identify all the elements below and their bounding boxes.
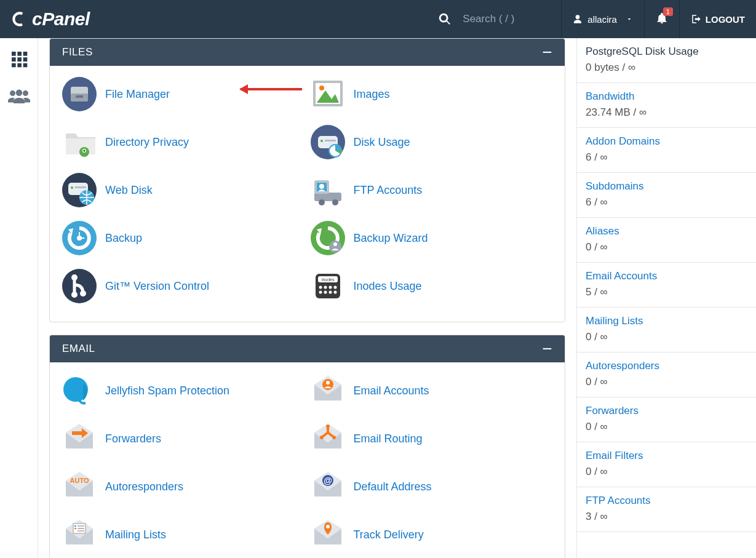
autoresponders-icon	[62, 469, 97, 504]
caret-down-icon	[626, 15, 633, 23]
app-item-label: Mailing Lists	[105, 528, 166, 541]
jellyfish-icon	[62, 373, 97, 408]
app-item-email-accounts[interactable]: Email Accounts	[311, 373, 553, 408]
stats-sidebar: PostgreSQL Disk Usage0 bytes / ∞Bandwidt…	[576, 38, 756, 558]
logout-icon	[691, 14, 702, 25]
panel-title: EMAIL	[62, 343, 95, 355]
app-item-forwarders[interactable]: Forwarders	[62, 421, 304, 456]
grid-icon	[9, 49, 29, 69]
mailing-lists-icon	[62, 517, 97, 552]
cpanel-logo-icon	[11, 10, 28, 28]
app-item-email-routing[interactable]: Email Routing	[311, 421, 553, 456]
app-item-label: Disk Usage	[354, 136, 410, 149]
panel-header[interactable]: EMAIL−	[50, 335, 565, 362]
app-item-label: Images	[354, 88, 390, 101]
stat-row: Subdomains6 / ∞	[577, 173, 756, 218]
app-item-label: FTP Accounts	[354, 184, 423, 197]
stat-row: Aliases0 / ∞	[577, 218, 756, 263]
stat-row: FTP Accounts3 / ∞	[577, 487, 756, 532]
stat-title[interactable]: Bandwidth	[586, 90, 747, 103]
app-item-backup-wizard[interactable]: Backup Wizard	[311, 221, 553, 255]
forwarders-icon	[62, 421, 97, 456]
notifications-button[interactable]: 1	[645, 0, 679, 38]
app-item-label: Inodes Usage	[354, 280, 422, 293]
email-accounts-icon	[311, 373, 345, 408]
app-item-track-delivery[interactable]: Track Delivery	[311, 517, 553, 552]
stat-row: Email Filters0 / ∞	[577, 442, 756, 487]
app-item-label: Backup	[105, 232, 142, 245]
stat-value: 0 / ∞	[586, 241, 747, 253]
app-item-label: Web Disk	[105, 184, 153, 197]
stat-value: 6 / ∞	[586, 151, 747, 164]
app-item-label: Autoresponders	[105, 480, 183, 493]
stat-title[interactable]: Email Filters	[586, 450, 747, 462]
left-nav	[0, 38, 38, 558]
search-box[interactable]	[438, 12, 549, 26]
stat-value: 6 / ∞	[586, 196, 747, 209]
stat-title[interactable]: Subdomains	[586, 180, 747, 193]
stat-row: Mailing Lists0 / ∞	[577, 308, 756, 353]
git-icon	[62, 269, 97, 303]
ftp-accounts-icon	[311, 173, 345, 207]
stat-row: Addon Domains6 / ∞	[577, 128, 756, 173]
stat-title[interactable]: FTP Accounts	[586, 495, 747, 507]
stat-title[interactable]: Mailing Lists	[586, 315, 747, 327]
app-item-label: File Manager	[105, 88, 170, 101]
search-input[interactable]	[463, 13, 549, 25]
brand-logo[interactable]: cPanel	[11, 9, 90, 30]
panel-email: EMAIL−Jellyfish Spam ProtectionEmail Acc…	[49, 335, 565, 558]
collapse-icon[interactable]: −	[542, 346, 552, 352]
app-item-jellyfish[interactable]: Jellyfish Spam Protection	[62, 373, 304, 408]
user-menu[interactable]: allacira	[562, 0, 644, 38]
default-address-icon	[311, 469, 345, 504]
app-item-web-disk[interactable]: Web Disk	[62, 173, 304, 207]
app-item-backup[interactable]: Backup	[62, 221, 304, 255]
app-item-autoresponders[interactable]: Autoresponders	[62, 469, 304, 504]
stat-value: 0 bytes / ∞	[586, 62, 747, 74]
stat-value: 0 / ∞	[586, 331, 747, 343]
users-icon	[8, 87, 30, 105]
app-item-disk-usage[interactable]: Disk Usage	[311, 125, 553, 159]
stat-value: 0 / ∞	[586, 376, 747, 388]
app-item-inodes[interactable]: Inodes Usage	[311, 269, 553, 303]
stat-value: 0 / ∞	[586, 466, 747, 478]
stat-title[interactable]: Forwarders	[586, 405, 747, 417]
stat-value: 3 / ∞	[586, 511, 747, 523]
logout-label: LOGOUT	[706, 14, 745, 25]
stat-row: Forwarders0 / ∞	[577, 397, 756, 442]
app-item-label: Track Delivery	[354, 528, 424, 541]
app-item-default-address[interactable]: Default Address	[311, 469, 553, 504]
stat-value: 5 / ∞	[586, 286, 747, 298]
app-item-label: Email Accounts	[354, 385, 429, 397]
panel-title: FILES	[62, 46, 93, 58]
app-item-label: Jellyfish Spam Protection	[105, 385, 229, 397]
app-item-git[interactable]: Git™ Version Control	[62, 269, 304, 303]
stat-row: Autoresponders0 / ∞	[577, 353, 756, 397]
stat-row: Bandwidth23.74 MB / ∞	[577, 83, 756, 128]
notification-badge: 1	[663, 7, 673, 16]
logout-button[interactable]: LOGOUT	[680, 0, 756, 38]
stat-row: Email Accounts5 / ∞	[577, 263, 756, 308]
stat-title[interactable]: Aliases	[586, 225, 747, 237]
app-item-mailing-lists[interactable]: Mailing Lists	[62, 517, 304, 552]
app-item-ftp-accounts[interactable]: FTP Accounts	[311, 173, 553, 207]
nav-apps-button[interactable]	[9, 49, 29, 71]
app-item-file-manager[interactable]: File Manager	[62, 77, 304, 111]
stat-title[interactable]: Addon Domains	[586, 135, 747, 148]
collapse-icon[interactable]: −	[542, 49, 552, 55]
stat-title[interactable]: Email Accounts	[586, 270, 747, 282]
file-manager-icon	[62, 77, 97, 111]
disk-usage-icon	[311, 125, 345, 159]
panel-header[interactable]: FILES−	[50, 39, 565, 66]
stat-title[interactable]: Autoresponders	[586, 360, 747, 372]
app-item-directory-privacy[interactable]: Directory Privacy	[62, 125, 304, 159]
directory-privacy-icon	[62, 125, 97, 159]
backup-wizard-icon	[311, 221, 345, 255]
user-icon	[573, 14, 583, 24]
stat-value: 0 / ∞	[586, 421, 747, 433]
top-header: cPanel allacira 1 LOGOUT	[0, 0, 756, 38]
nav-users-button[interactable]	[8, 87, 30, 107]
stat-row: PostgreSQL Disk Usage0 bytes / ∞	[577, 38, 756, 83]
app-item-images[interactable]: Images	[311, 77, 553, 111]
email-routing-icon	[311, 421, 345, 456]
